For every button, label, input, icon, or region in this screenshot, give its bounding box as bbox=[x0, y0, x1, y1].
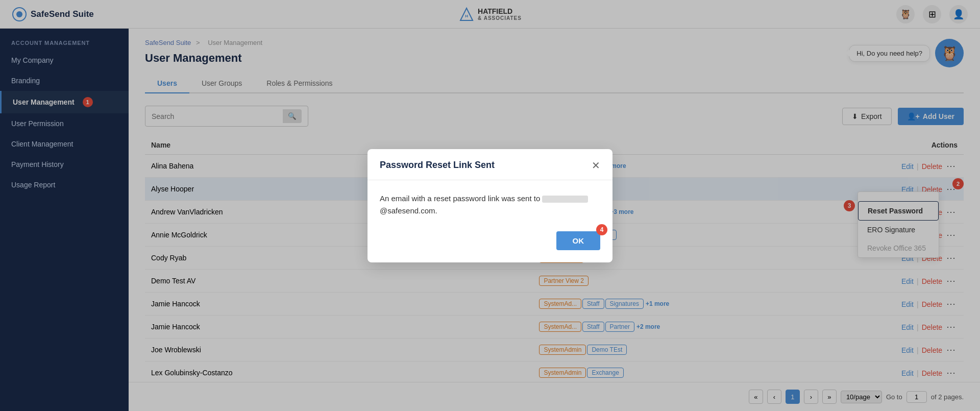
modal-footer: 4 OK bbox=[368, 231, 612, 262]
modal-badge-4: 4 bbox=[596, 224, 607, 235]
email-redacted bbox=[542, 196, 588, 203]
ok-button[interactable]: OK bbox=[556, 231, 601, 250]
modal-overlay: Password Reset Link Sent ✕ An email with… bbox=[0, 0, 980, 411]
modal-body: An email with a reset password link was … bbox=[368, 180, 612, 231]
modal-title: Password Reset Link Sent bbox=[380, 160, 495, 171]
password-reset-modal: Password Reset Link Sent ✕ An email with… bbox=[368, 149, 612, 262]
modal-header: Password Reset Link Sent ✕ bbox=[368, 149, 612, 180]
modal-body-text: An email with a reset password link was … bbox=[380, 192, 600, 217]
modal-close-button[interactable]: ✕ bbox=[592, 159, 600, 172]
